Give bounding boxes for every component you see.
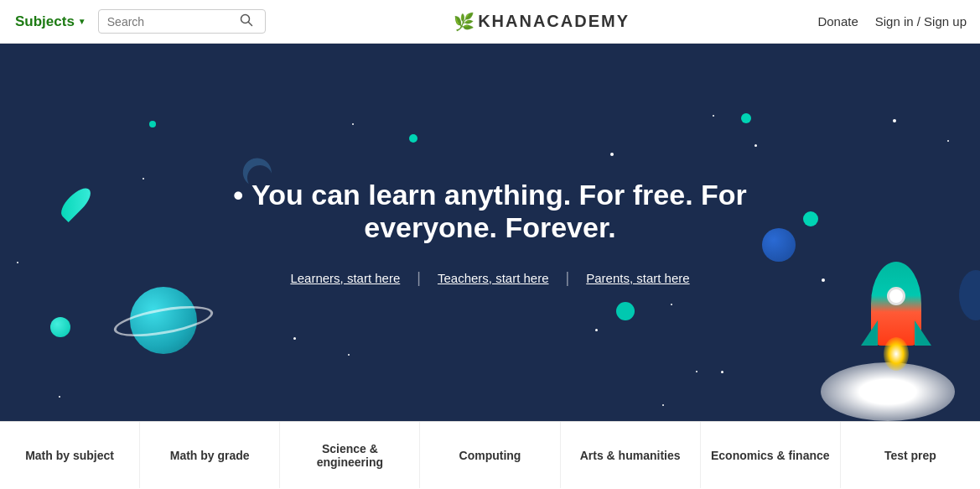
planet-decoration xyxy=(130,287,197,354)
star-decoration xyxy=(721,371,723,373)
star-decoration xyxy=(713,115,714,117)
rocket-decoration xyxy=(821,237,955,421)
star-decoration xyxy=(696,371,697,372)
parents-link[interactable]: Parents, start here xyxy=(586,271,689,285)
nav-item-arts[interactable]: Arts & humanities xyxy=(561,422,701,488)
nav-item-math-subject[interactable]: Math by subject xyxy=(0,422,140,488)
teal-dot xyxy=(149,121,156,127)
header-left: Subjects ▼ xyxy=(13,9,266,34)
comet-decoration xyxy=(57,184,96,222)
star-decoration xyxy=(610,153,614,156)
search-input[interactable] xyxy=(107,15,233,29)
signin-link[interactable]: Sign in / Sign up xyxy=(875,14,967,29)
teal-dot xyxy=(741,113,751,123)
header-center: 🌿 KHANACADEMY xyxy=(266,12,818,32)
star-decoration xyxy=(143,178,144,179)
star-decoration xyxy=(754,144,757,147)
teal-dot xyxy=(409,134,417,143)
subjects-label: Subjects xyxy=(15,13,75,30)
rocket-fin-left xyxy=(861,320,878,346)
star-decoration xyxy=(893,119,896,122)
subjects-button[interactable]: Subjects ▼ xyxy=(13,10,88,34)
rocket-body xyxy=(863,262,930,371)
header: Subjects ▼ 🌿 KHANACADEMY Donate Sign in … xyxy=(0,0,980,44)
rocket-fin-right xyxy=(915,320,931,346)
nav-item-test-prep[interactable]: Test prep xyxy=(841,422,980,488)
nav-item-economics[interactable]: Economics & finance xyxy=(701,422,841,488)
rocket-main xyxy=(871,262,921,346)
learners-link[interactable]: Learners, start here xyxy=(290,271,400,285)
planet-ring xyxy=(111,300,215,342)
hero-tagline: You can learn anything. For free. For ev… xyxy=(197,179,784,244)
star-decoration xyxy=(595,329,598,331)
header-right: Donate Sign in / Sign up xyxy=(817,14,967,29)
nav-item-science[interactable]: Science & engineering xyxy=(280,422,420,488)
search-box xyxy=(98,9,266,34)
blob-decoration xyxy=(959,270,980,320)
star-decoration xyxy=(662,404,664,406)
teachers-link[interactable]: Teachers, start here xyxy=(438,271,549,285)
star-decoration xyxy=(352,123,354,125)
nav-item-math-grade[interactable]: Math by grade xyxy=(140,422,280,488)
star-decoration xyxy=(348,354,350,356)
hero-separator: | xyxy=(417,269,421,287)
search-icon[interactable] xyxy=(240,13,253,29)
rocket-flame xyxy=(884,337,909,371)
bottom-nav: Math by subject Math by grade Science & … xyxy=(0,421,980,488)
rocket-cloud xyxy=(821,362,955,421)
logo-leaf-icon: 🌿 xyxy=(454,12,474,32)
logo-text: KHANACADEMY xyxy=(478,12,630,31)
donate-link[interactable]: Donate xyxy=(817,14,858,29)
teal-dot-large xyxy=(50,317,70,337)
star-decoration xyxy=(671,304,672,305)
planet xyxy=(130,287,197,354)
star-decoration xyxy=(59,396,60,398)
star-decoration xyxy=(947,140,949,142)
chevron-down-icon: ▼ xyxy=(78,17,86,26)
svg-line-1 xyxy=(248,23,251,26)
hero-section: You can learn anything. For free. For ev… xyxy=(0,44,980,421)
star-decoration xyxy=(17,262,18,263)
teal-circle xyxy=(616,302,635,320)
hero-separator: | xyxy=(566,269,570,287)
nav-item-computing[interactable]: Computing xyxy=(420,422,560,488)
teal-dot xyxy=(803,211,818,226)
hero-links: Learners, start here | Teachers, start h… xyxy=(290,269,689,287)
star-decoration xyxy=(293,337,296,340)
rocket-window xyxy=(887,287,905,305)
